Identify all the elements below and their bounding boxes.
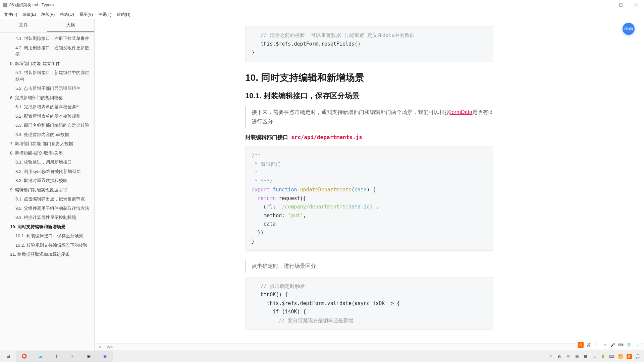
outline-item[interactable]: 5. 新增部门功能-建立组件 — [0, 59, 94, 68]
minimize-button[interactable] — [598, 0, 613, 10]
close-button[interactable] — [629, 0, 644, 10]
ime-emoji-icon[interactable]: ☺ — [602, 342, 608, 348]
svg-rect-1 — [620, 4, 622, 6]
outline-item[interactable]: 6.1. 完成新增表单的基本校验条件 — [0, 102, 94, 112]
ime-toolbar[interactable]: S 英 " ☺ 🎤 ⌨ 👕 ⊞ — [576, 341, 641, 349]
tab-files[interactable]: 文件 — [0, 19, 47, 32]
menu-help[interactable]: 帮助(H) — [114, 11, 133, 18]
heading-10: 10. 同时支持编辑和新增场景 — [245, 71, 493, 84]
outline-item[interactable]: 9.2. 父组件调用子组件的获取详情方法 — [0, 204, 94, 213]
editor-footer: < </> — [95, 343, 644, 351]
outline-item[interactable]: 8.2. 利用sync修饰符关闭新增弹层 — [0, 167, 94, 176]
outline-item[interactable]: 7. 新增部门功能-部门负责人数据 — [0, 139, 94, 148]
outline-item[interactable]: 8.1. 校验通过，调用新增接口 — [0, 158, 94, 167]
ime-lang-icon[interactable]: 英 — [586, 342, 592, 348]
ime-voice-icon[interactable]: 🎤 — [610, 342, 616, 348]
maximize-button[interactable] — [613, 0, 629, 10]
window-title: 06-组织架构.md - Typora — [9, 2, 54, 8]
outline-item[interactable]: 10.2. 校验规则支持编辑场景下的校验 — [0, 241, 94, 250]
code-block-btnok: // 点击确定时触发 btnOK() { this.$refs.deptForm… — [245, 277, 493, 330]
menu-paragraph[interactable]: 段落(P) — [39, 11, 57, 18]
sogou-icon[interactable]: S — [578, 342, 584, 348]
menu-theme[interactable]: 主题(T) — [96, 11, 114, 18]
outline-item[interactable]: 5.2. 点击新增子部门显示弹层组件 — [0, 84, 94, 93]
outline-item[interactable]: 9.1. 点击编辑弹出层，记录当前节点 — [0, 194, 94, 204]
outline-item[interactable]: 9.3. 根据计算属性显示控制标题 — [0, 213, 94, 222]
outline-item[interactable]: 11. 给数据获取添加加载进度条 — [0, 250, 94, 259]
timer-badge[interactable]: 00:00 — [623, 23, 635, 35]
ime-skin-icon[interactable]: 👕 — [626, 342, 632, 348]
outline-item[interactable]: 6. 完成新增部门的规则校验 — [0, 93, 94, 103]
menu-edit[interactable]: 编辑(E) — [20, 11, 39, 18]
outline-item[interactable]: 5.1. 封装新增接口，新建组件中的弹层结构 — [0, 68, 94, 84]
outline-item[interactable]: 6.3. 部门名称和部门编码的自定义校验 — [0, 121, 94, 130]
outline-list[interactable]: 4.1. 封装删除接口，注册下拉菜单事件4.2. 调用删除接口，通知父组件更新数… — [0, 33, 94, 351]
ime-toolbox-icon[interactable]: ⊞ — [634, 342, 640, 348]
menu-bar: 文件(F) 编辑(E) 段落(P) 格式(O) 视图(V) 主题(T) 帮助(H… — [0, 10, 644, 19]
text-cursor — [360, 93, 360, 99]
menu-format[interactable]: 格式(O) — [57, 11, 76, 18]
outline-item[interactable]: 4.1. 封装删除接口，注册下拉菜单事件 — [0, 34, 94, 43]
outline-item[interactable]: 4.2. 调用删除接口，通知父组件更新数据 — [0, 43, 94, 59]
nav-back[interactable]: < — [99, 345, 101, 350]
sidebar: 文件 大纲 4.1. 封装删除接口，注册下拉菜单事件4.2. 调用删除接口，通知… — [0, 19, 95, 351]
outline-item[interactable]: 10. 同时支持编辑和新增场景 — [0, 222, 94, 232]
formdata-link[interactable]: formData — [450, 109, 472, 115]
blockquote-scene: 点击确定时，进行场景区分 — [245, 260, 493, 273]
outline-item[interactable]: 9. 编辑部门功能实现数据回写 — [0, 185, 94, 195]
tab-outline[interactable]: 大纲 — [47, 19, 95, 32]
outline-item[interactable]: 8.3. 取消时重置数据和校验 — [0, 176, 94, 185]
menu-file[interactable]: 文件(F) — [1, 11, 20, 18]
outline-item[interactable]: 10.1. 封装编辑接口，保存区分场景 — [0, 231, 94, 241]
editor-area[interactable]: 00:00 // 清除之前的校验 可以重置数据 只能重置 定义在data中的数据… — [95, 19, 644, 351]
ime-punct-icon[interactable]: " — [594, 342, 600, 348]
code-block-reset: // 清除之前的校验 可以重置数据 只能重置 定义在data中的数据 this.… — [245, 26, 493, 62]
title-bar: 06-组织架构.md - Typora — [0, 0, 644, 10]
api-file-label: 封装编辑部门接口 src/api/departments.js — [245, 133, 493, 142]
toggle-source[interactable]: </> — [107, 345, 113, 350]
code-block-update-dept: /** * 编辑部门 * * ***/ export function upda… — [245, 146, 493, 251]
heading-10-1: 10.1. 封装编辑接口，保存区分场景 — [245, 91, 493, 101]
outline-item[interactable]: 6.4. 处理首部内容的pid数据 — [0, 130, 94, 139]
menu-view[interactable]: 视图(V) — [77, 11, 96, 18]
outline-item[interactable]: 8. 新增功能-提交-取消-关闭 — [0, 148, 94, 158]
outline-item[interactable]: 6.2. 配置新增表单的基本校验规则 — [0, 112, 94, 121]
ime-keyboard-icon[interactable]: ⌨ — [618, 342, 624, 348]
app-icon — [3, 3, 7, 7]
blockquote-intro: 接下来，需要在点击确定时，通知支持新增部门和编辑部门两个场景，我们可以根据for… — [245, 106, 493, 128]
